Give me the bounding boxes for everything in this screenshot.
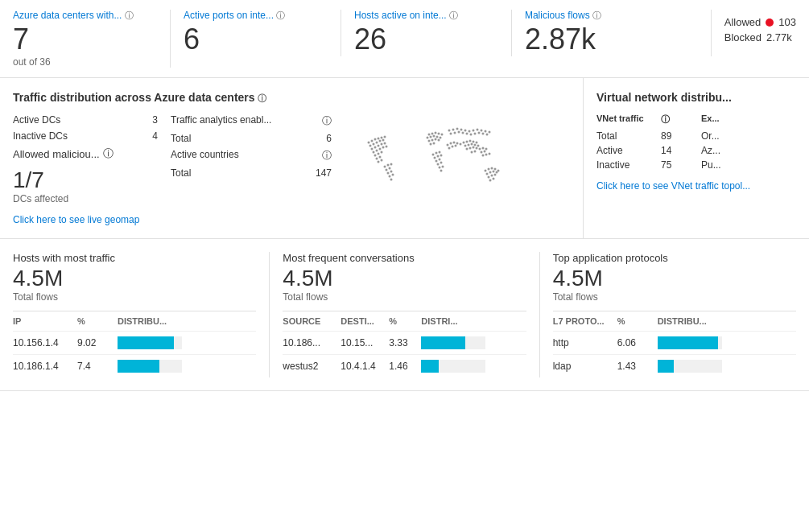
svg-point-41 [438, 133, 440, 135]
svg-point-23 [381, 151, 383, 154]
conversations-panel-sub: Total flows [283, 291, 526, 303]
svg-point-48 [428, 140, 431, 142]
svg-point-108 [473, 146, 475, 149]
svg-point-5 [384, 136, 386, 138]
hosts-active-info-icon[interactable]: ⓘ [449, 10, 458, 20]
svg-point-56 [439, 151, 441, 154]
active-countries-info-icon[interactable]: ⓘ [322, 149, 332, 163]
protocols-panel-sub: Total flows [553, 291, 796, 303]
traffic-analytics-stats: Traffic analytics enabl... ⓘ Total 6 Act… [171, 114, 332, 225]
conv-bar-fill-2 [421, 360, 439, 373]
protocols-table-header: L7 PROTO... % DISTRIBU... [553, 311, 796, 331]
svg-point-62 [437, 163, 440, 166]
world-map-svg [345, 114, 522, 219]
svg-point-0 [368, 142, 370, 144]
dcs-affected-label: DCs affected [13, 193, 158, 204]
hosts-active-label[interactable]: Hosts active on inte... ⓘ [354, 10, 498, 22]
conv-col-pct-header: % [389, 316, 421, 326]
conv-col-dst-header: DESTI... [341, 316, 389, 326]
svg-point-94 [452, 146, 454, 148]
active-ports-label[interactable]: Active ports on inte... ⓘ [184, 10, 328, 22]
svg-point-111 [474, 151, 477, 153]
bottom-panels: Hosts with most traffic 4.5M Total flows… [0, 239, 809, 391]
azure-dc-label[interactable]: Azure data centers with... ⓘ [13, 10, 157, 22]
svg-point-31 [386, 169, 388, 171]
svg-point-38 [428, 134, 431, 136]
svg-point-83 [470, 134, 473, 136]
hosts-bar-2 [118, 360, 256, 373]
hosts-panel-title: Hosts with most traffic [13, 252, 256, 264]
azure-dc-info-icon[interactable]: ⓘ [125, 10, 134, 20]
svg-point-67 [448, 130, 451, 132]
conv-bar-fill-1 [421, 336, 465, 349]
proto-pct-1: 6.06 [617, 337, 658, 348]
svg-point-13 [378, 145, 380, 147]
svg-point-28 [384, 166, 386, 168]
active-ports-metric: Active ports on inte... ⓘ 6 [184, 10, 341, 56]
svg-point-66 [440, 170, 443, 172]
allowed-malicious-info-icon[interactable]: ⓘ [103, 146, 114, 161]
svg-point-40 [435, 132, 437, 134]
svg-point-63 [440, 162, 443, 164]
proto-row-2: ldap 1.43 [553, 354, 796, 377]
malicious-flows-info-icon[interactable]: ⓘ [592, 10, 601, 20]
hosts-bar-fill-1 [118, 336, 174, 349]
svg-point-43 [427, 137, 429, 139]
svg-point-72 [468, 130, 471, 133]
svg-point-57 [434, 157, 436, 159]
svg-point-26 [378, 161, 380, 163]
svg-point-19 [382, 146, 385, 149]
traffic-section-title: Traffic distribution across Azure data c… [13, 91, 570, 105]
svg-point-11 [371, 148, 374, 151]
svg-point-116 [484, 151, 486, 153]
vnet-active-label: Active [596, 145, 661, 156]
hosts-ip-1: 10.156.1.4 [13, 337, 77, 348]
svg-point-34 [390, 171, 393, 173]
hosts-pct-1: 9.02 [77, 337, 118, 348]
blocked-row: Blocked 2.77k [724, 31, 796, 43]
hosts-table-header: IP % DISTRIBU... [13, 311, 256, 331]
svg-point-73 [473, 130, 475, 132]
conv-pct-1: 3.33 [389, 337, 421, 348]
svg-point-69 [456, 128, 459, 130]
geomap-link[interactable]: Click here to see live geomap [13, 214, 158, 225]
svg-point-10 [382, 139, 385, 142]
svg-point-129 [488, 176, 490, 179]
svg-point-105 [477, 145, 480, 147]
vnet-section-title: Virtual network distribu... [596, 91, 796, 104]
vnet-row-total: Total 89 Or... [596, 130, 796, 142]
vnet-info-icon[interactable]: ⓘ [661, 114, 670, 124]
hosts-panel-sub: Total flows [13, 291, 256, 303]
svg-point-114 [485, 148, 488, 151]
svg-point-8 [376, 142, 378, 144]
hosts-active-metric: Hosts active on inte... ⓘ 26 [354, 10, 512, 56]
proto-pct-2: 1.43 [617, 361, 658, 372]
analytics-total-row: Total 6 [171, 133, 332, 144]
svg-point-6 [369, 145, 372, 147]
svg-point-52 [430, 143, 432, 146]
malicious-flows-label[interactable]: Malicious flows ⓘ [525, 10, 698, 22]
svg-point-98 [469, 140, 472, 142]
svg-point-110 [471, 151, 473, 154]
svg-point-96 [463, 142, 465, 144]
svg-point-132 [489, 179, 492, 182]
malicious-flows-value: 2.87k [525, 22, 698, 56]
countries-total-row: Total 147 [171, 167, 332, 179]
svg-point-12 [374, 146, 377, 149]
svg-point-4 [381, 137, 383, 139]
svg-point-9 [379, 140, 382, 142]
svg-point-115 [481, 151, 483, 154]
svg-point-99 [473, 141, 475, 143]
vnet-total-label: Total [596, 130, 661, 142]
analytics-info-icon[interactable]: ⓘ [322, 114, 332, 128]
traffic-section-info-icon[interactable]: ⓘ [258, 93, 266, 103]
conversations-panel-title: Most frequent conversations [283, 252, 526, 264]
proto-bar-2 [658, 360, 796, 373]
svg-point-133 [493, 178, 495, 180]
proto-col-proto-header: L7 PROTO... [553, 316, 617, 326]
proto-bar-fill-1 [658, 336, 718, 349]
proto-bar-1 [658, 336, 796, 349]
vnet-topology-link[interactable]: Click here to see VNet traffic topol... [596, 180, 796, 192]
svg-point-61 [439, 159, 441, 161]
active-ports-info-icon[interactable]: ⓘ [276, 10, 285, 20]
